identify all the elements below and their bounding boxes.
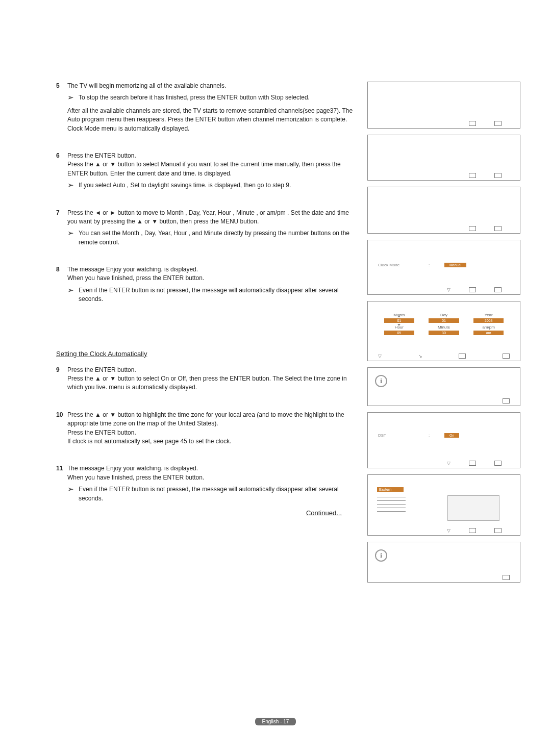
osd-footer-bar: ▽ ↘ [368, 354, 520, 359]
step-8: 8 The message Enjoy your watching. is di… [56, 265, 355, 304]
tz-option [377, 508, 406, 512]
move-icon: ▽ [447, 528, 450, 533]
osd-footer-bar [368, 121, 520, 126]
note-text: To stop the search before it has finishe… [79, 93, 355, 102]
info-icon: i [375, 375, 387, 387]
step-line: Press the ◄ or ► button to move to Month… [67, 209, 355, 226]
step-note: ➢ Even if the ENTER button is not presse… [67, 286, 355, 304]
step-9: 9 Press the ENTER button. Press the ▲ or… [56, 366, 355, 392]
step-number: 7 [56, 209, 67, 247]
step-body: Press the ENTER button. Press the ▲ or ▼… [67, 366, 355, 392]
step-line: Press the ▲ or ▼ button to select On or … [67, 374, 355, 392]
tz-option [377, 505, 406, 508]
step-body: Press the ▲ or ▼ button to highlight the… [67, 411, 355, 446]
step-line: The message Enjoy your watching. is disp… [67, 464, 355, 473]
return-icon [494, 121, 502, 126]
dst-value: On [444, 433, 459, 438]
osd-panel-clockmode: Clock Mode : Manual ▽ [367, 240, 520, 295]
enter-icon [503, 398, 510, 404]
page-footer: English - 17 [0, 718, 551, 725]
timezone-map [447, 495, 499, 521]
col-day: Day 01 [424, 312, 464, 324]
step-body: The message Enjoy your watching. is disp… [67, 265, 355, 304]
note-text: You can set the Month , Day, Year, Hour … [79, 229, 355, 247]
osd-panel-autoprogram-3 [367, 187, 520, 234]
step-line: Press the ▲ or ▼ button to highlight the… [67, 411, 355, 429]
instructions-column: 5 The TV will begin memorizing all of th… [56, 82, 358, 589]
return-icon [494, 173, 502, 178]
tz-option [377, 501, 406, 505]
continued-label: Continued... [56, 509, 355, 517]
step-10: 10 Press the ▲ or ▼ button to highlight … [56, 411, 355, 446]
osd-footer-bar [368, 575, 520, 580]
note-text: If you select Auto , Set to daylight sav… [79, 181, 355, 190]
step-note: ➢ If you select Auto , Set to daylight s… [67, 181, 355, 190]
osd-panel-timezone: Eastern ▽ [367, 474, 520, 536]
move-icon: ▽ [378, 354, 382, 358]
col-header: Day [424, 313, 464, 317]
step-number: 5 [56, 82, 67, 133]
osd-footer-bar: ▽ [368, 461, 520, 466]
step-line: If clock is not automatically set, see p… [67, 437, 355, 446]
enter-icon [469, 121, 476, 126]
arrow-icon: ➢ [67, 93, 79, 102]
colon: : [414, 263, 444, 267]
clockmode-value: Manual [444, 263, 466, 267]
cell-value: 30 [429, 331, 459, 335]
timezone-list: Eastern [377, 487, 406, 512]
col-ampm: am/pm am [468, 324, 509, 336]
col-minute: Minute 30 [424, 324, 464, 336]
timezone-selected: Eastern [377, 487, 404, 492]
move-icon: ▽ [447, 461, 450, 465]
step-line: Press the ▲ or ▼ button to select Manual… [67, 160, 355, 178]
step-intro: The TV will begin memorizing all of the … [67, 82, 355, 90]
step-after: After all the available channels are sto… [67, 107, 355, 133]
step-7: 7 Press the ◄ or ► button to move to Mon… [56, 209, 355, 247]
cell-value: 2008 [473, 318, 504, 323]
enter-icon [469, 226, 476, 231]
cell-value: 01 [429, 318, 459, 323]
osd-panel-enjoy-2: i [367, 542, 520, 583]
osd-footer-bar: ▽ [368, 528, 520, 533]
section-header: Setting the Clock Automatically [56, 350, 355, 358]
arrow-icon: ➢ [67, 286, 79, 304]
osd-footer-bar: ▽ [368, 287, 520, 292]
osd-panel-dst: DST : On ▽ [367, 412, 520, 468]
clockmode-row: Clock Mode : Manual [378, 263, 510, 267]
tz-option [377, 494, 406, 497]
move-icon: ▽ [447, 288, 450, 292]
col-month: Month 01 [379, 312, 419, 324]
step-body: The message Enjoy your watching. is disp… [67, 464, 355, 503]
osd-panel-enjoy-1: i [367, 367, 520, 406]
note-text: Even if the ENTER button is not pressed,… [79, 485, 355, 503]
tz-option [377, 497, 406, 501]
enter-icon [469, 287, 476, 292]
step-body: Press the ◄ or ► button to move to Month… [67, 209, 355, 247]
step-note: ➢ You can set the Month , Day, Year, Hou… [67, 229, 355, 247]
step-11: 11 The message Enjoy your watching. is d… [56, 464, 355, 503]
col-header: Year [468, 313, 509, 317]
colon: : [414, 433, 444, 438]
adjust-icon: ↘ [418, 354, 422, 358]
step-number: 8 [56, 265, 67, 304]
enter-icon [469, 461, 476, 466]
step-line: When you have finished, press the ENTER … [67, 473, 355, 482]
col-year: Year 2008 [468, 312, 509, 324]
clock-grid-top: Month 01 Day 01 Year 2008 [379, 312, 509, 324]
step-number: 11 [56, 464, 67, 503]
enter-icon [469, 173, 476, 178]
step-line: The message Enjoy your watching. is disp… [67, 265, 355, 274]
clockmode-label: Clock Mode [378, 263, 414, 267]
enter-icon [469, 528, 476, 533]
step-number: 6 [56, 152, 67, 190]
dst-row: DST : On [378, 433, 510, 438]
return-icon [494, 287, 502, 292]
col-header: Minute [424, 325, 464, 330]
step-line: Press the ENTER button. [67, 366, 355, 374]
cell-value: 01 [384, 318, 414, 323]
step-line: Press the ENTER button. [67, 152, 355, 160]
enter-icon [503, 575, 510, 580]
step-line: Press the ENTER button. [67, 429, 355, 437]
osd-footer-bar [368, 226, 520, 231]
note-text: Even if the ENTER button is not pressed,… [79, 286, 355, 304]
